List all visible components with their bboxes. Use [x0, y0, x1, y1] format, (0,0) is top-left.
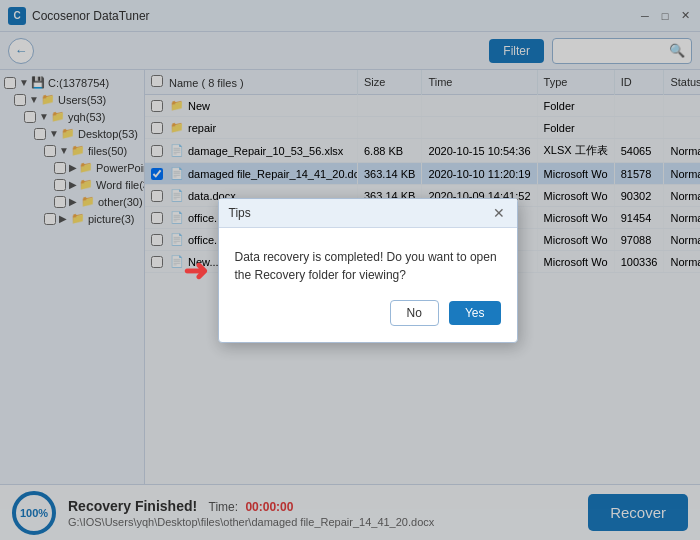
- arrow-icon: ➜: [183, 253, 208, 288]
- modal-yes-button[interactable]: Yes: [449, 301, 501, 325]
- modal-overlay: ➜ Tips ✕ Data recovery is completed! Do …: [0, 0, 700, 540]
- tips-modal: Tips ✕ Data recovery is completed! Do yo…: [218, 198, 518, 343]
- modal-header: Tips ✕: [219, 199, 517, 228]
- modal-footer: No Yes: [219, 300, 517, 342]
- modal-body: Data recovery is completed! Do you want …: [219, 228, 517, 300]
- modal-title: Tips: [229, 206, 251, 220]
- modal-close-button[interactable]: ✕: [491, 205, 507, 221]
- modal-no-button[interactable]: No: [390, 300, 439, 326]
- modal-message: Data recovery is completed! Do you want …: [235, 248, 501, 284]
